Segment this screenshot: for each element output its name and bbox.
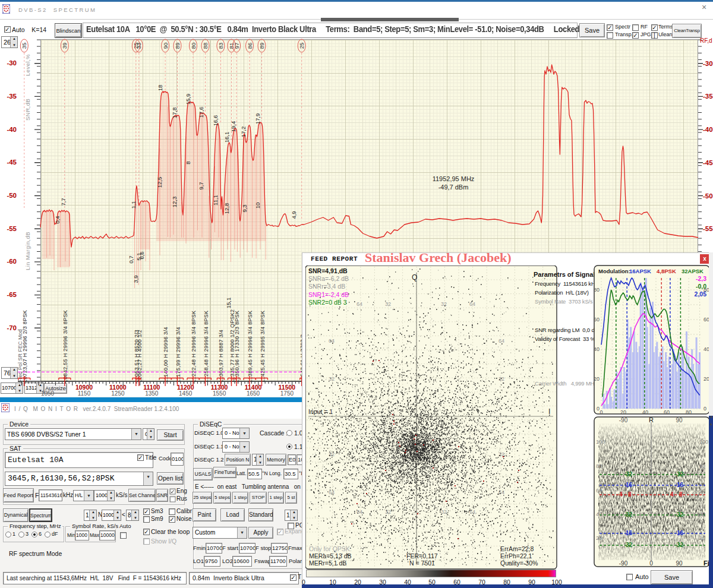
- svg-text:20: 20: [620, 409, 626, 415]
- svg-text:7,7: 7,7: [60, 198, 67, 206]
- svg-text:17,6: 17,6: [198, 107, 204, 118]
- svg-text:64: 64: [329, 338, 335, 344]
- svg-text:33: 33: [135, 43, 142, 49]
- svg-text:Q: Q: [412, 273, 417, 282]
- svg-text:Freq Pol SR FEC Mod: Freq Pol SR FEC Mod: [17, 329, 23, 382]
- svg-text:Only for QPSK:: Only for QPSK:: [309, 545, 352, 552]
- svg-text:N = 7501: N = 7501: [409, 559, 435, 567]
- svg-text:6,6: 6,6: [138, 251, 145, 259]
- svg-text:ErrPh=22,1: ErrPh=22,1: [500, 552, 532, 559]
- svg-text:12,3: 12,3: [171, 197, 178, 208]
- svg-text:11952,95 MHz: 11952,95 MHz: [433, 175, 475, 182]
- svg-text:86: 86: [247, 43, 253, 49]
- svg-text:-90: -90: [619, 560, 628, 567]
- svg-text:32: 32: [626, 511, 633, 518]
- svg-text:ErrAm=22,8: ErrAm=22,8: [500, 545, 534, 552]
- svg-text:60: 60: [699, 488, 705, 494]
- svg-text:-2,3: -2,3: [696, 275, 706, 282]
- svg-text:-70: -70: [7, 324, 17, 331]
- svg-text:40: 40: [642, 409, 648, 415]
- svg-text:9,7: 9,7: [198, 182, 204, 189]
- svg-text:97: 97: [234, 43, 240, 49]
- svg-text:0: 0: [703, 406, 706, 412]
- svg-text:1050: 1050: [41, 390, 55, 397]
- svg-text:32: 32: [499, 376, 504, 382]
- svg-text:18: 18: [157, 85, 163, 91]
- svg-text:17,9: 17,9: [254, 113, 261, 125]
- svg-text:-65: -65: [7, 291, 17, 298]
- svg-text:20: 20: [594, 376, 600, 382]
- svg-text:-55: -55: [7, 225, 17, 232]
- svg-text:15,1: 15,1: [225, 298, 232, 309]
- svg-text:12,8: 12,8: [223, 203, 230, 214]
- svg-text:-49,7 dBm: -49,7 dBm: [438, 184, 469, 191]
- svg-text:90: 90: [676, 417, 683, 423]
- svg-text:32: 32: [677, 542, 684, 548]
- svg-text:89: 89: [174, 43, 181, 49]
- svg-text:32: 32: [677, 471, 684, 478]
- svg-text:-40: -40: [703, 126, 713, 133]
- svg-text:1250: 1250: [111, 390, 125, 397]
- svg-text:100: 100: [699, 439, 708, 445]
- svg-text:Level,%: Level,%: [24, 54, 31, 76]
- svg-text:8: 8: [679, 491, 683, 498]
- svg-text:16APSK: 16APSK: [629, 268, 651, 274]
- svg-text:80: 80: [699, 463, 705, 469]
- svg-text:1350: 1350: [145, 390, 159, 397]
- svg-text:0,4: 0,4: [54, 216, 61, 223]
- svg-text:64: 64: [356, 301, 362, 307]
- svg-text:4,8PSK: 4,8PSK: [657, 268, 676, 274]
- svg-text:4,9: 4,9: [291, 211, 297, 219]
- svg-text:32: 32: [329, 376, 335, 382]
- svg-text:10842,55 H 29996 3/4 8PSK: 10842,55 H 29996 3/4 8PSK: [62, 310, 68, 382]
- svg-text:11175,99 H 29996 3/4: 11175,99 H 29996 3/4: [175, 327, 181, 382]
- svg-text:11,1: 11,1: [212, 195, 219, 206]
- svg-text:16: 16: [677, 530, 684, 536]
- svg-text:Quality=-30%: Quality=-30%: [500, 559, 538, 567]
- svg-text:1550: 1550: [213, 390, 226, 397]
- svg-text:32: 32: [677, 511, 684, 518]
- svg-text:100: 100: [596, 439, 605, 445]
- svg-text:MERa=5,13 dB: MERa=5,13 dB: [309, 552, 352, 559]
- svg-text:80: 80: [190, 43, 197, 49]
- svg-text:12,5: 12,5: [156, 177, 163, 188]
- svg-text:80: 80: [596, 463, 602, 469]
- svg-text:32: 32: [626, 471, 633, 478]
- svg-text:0: 0: [600, 409, 602, 415]
- svg-text:SNR,dB: SNR,dB: [24, 99, 31, 121]
- svg-text:Lin Margin,dB: Lin Margin,dB: [24, 232, 31, 270]
- svg-text:1,1: 1,1: [130, 201, 137, 208]
- svg-text:16,1: 16,1: [223, 132, 230, 143]
- svg-text:-45: -45: [7, 159, 17, 166]
- svg-text:-30: -30: [703, 60, 713, 67]
- svg-text:16: 16: [626, 530, 633, 536]
- svg-text:11140,00 H 29996 3/4: 11140,00 H 29996 3/4: [163, 327, 169, 382]
- svg-text:MERr=5,1 dB: MERr=5,1 dB: [309, 559, 346, 567]
- svg-text:64: 64: [469, 301, 475, 307]
- svg-text:0,7: 0,7: [128, 255, 134, 263]
- svg-text:FER=0,117: FER=0,117: [406, 552, 438, 559]
- svg-text:-35: -35: [703, 93, 713, 100]
- svg-text:83: 83: [217, 43, 224, 49]
- svg-text:64: 64: [469, 509, 475, 515]
- svg-text:60: 60: [664, 409, 670, 415]
- svg-text:88: 88: [202, 43, 209, 49]
- svg-text:32APSK: 32APSK: [682, 268, 703, 274]
- svg-text:64: 64: [356, 509, 362, 515]
- svg-text:2,05: 2,05: [695, 290, 707, 298]
- svg-text:Modulation:: Modulation:: [598, 268, 630, 274]
- svg-text:17,2: 17,2: [240, 127, 247, 138]
- svg-text:SNR1=-2,4 dB: SNR1=-2,4 dB: [308, 291, 349, 298]
- svg-text:RF,d: RF,d: [700, 37, 712, 44]
- svg-text:16: 16: [626, 482, 633, 488]
- svg-text:-35: -35: [7, 93, 17, 100]
- svg-text:-50: -50: [7, 192, 17, 199]
- svg-text:17,8: 17,8: [171, 108, 178, 119]
- svg-text:90: 90: [162, 43, 169, 49]
- svg-text:-50: -50: [703, 192, 713, 200]
- svg-text:32: 32: [441, 301, 447, 307]
- svg-text:SNR2=0 dB 3: SNR2=0 dB 3: [308, 299, 347, 306]
- svg-text:25: 25: [298, 43, 305, 49]
- svg-text:15,9: 15,9: [185, 94, 191, 105]
- svg-text:40: 40: [594, 346, 600, 352]
